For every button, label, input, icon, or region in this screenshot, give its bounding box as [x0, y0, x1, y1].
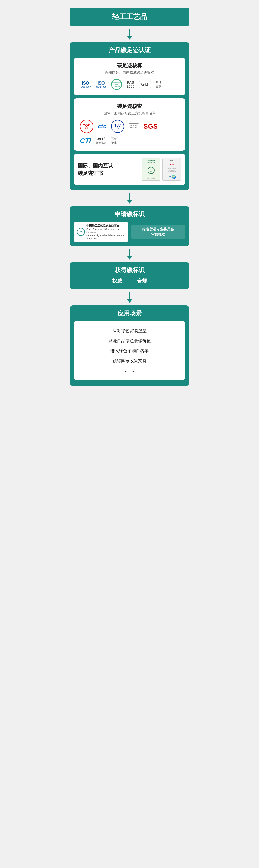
obtain-items-row: 权威 合规 [74, 278, 185, 284]
obtain-title: 获得碳标识 [74, 266, 185, 274]
app-item-2: 进入绿色采购白名单 [78, 346, 181, 356]
obtain-item-0: 权威 [112, 278, 122, 284]
bv-logo: BUREAUVERITAS [129, 123, 139, 130]
page-container: 轻工工艺品 产品碳足迹认证 碳足迹核算 采用国际、国内权威碳足迹标准 ISO I… [65, 0, 194, 396]
carbon-verification-card: 碳足迹核查 国际、国内认可第三方机构白名单 CQC 认证 ctc TÜV SÜD… [74, 98, 185, 151]
sgs-logo: SGS [143, 123, 158, 130]
calc-logo-row: ISO ISO14067 ISO ISO14068 GreenhouseGasP… [79, 79, 180, 90]
app-item-1: 赋能产品绿色低碳价值 [78, 336, 181, 346]
cti-logo: CTi [80, 137, 91, 145]
app-white-card: 应对绿色贸易壁垒 赋能产品绿色低碳价值 进入绿色采购白名单 获得国家政策支持 …… [74, 321, 185, 380]
cert-images: 产品碳足迹认 证 证 书 CTI认证 No. CTI-2024 SGS SGS … [142, 158, 181, 181]
arrow-1 [127, 29, 132, 39]
arrow-2 [127, 193, 132, 204]
other-more-calc: 其他 更多 [156, 80, 162, 89]
certificate-card: 国际、国内互认碳足迹证书 产品碳足迹认 证 证 书 CTI认证 No. CTI-… [74, 154, 185, 185]
wit-logo: WIT® 萬泰認證 [96, 137, 107, 145]
apply-row: 中 中国轻工工艺品进出口商会 China Chamber of Commerce… [74, 222, 185, 242]
chamber-name: 中国轻工工艺品进出口商会 [86, 224, 125, 227]
app-item-3: 获得国家政策支持 [78, 356, 181, 366]
app-dots: … … [78, 366, 181, 375]
cert-text: 国际、国内互认碳足迹证书 [78, 162, 138, 177]
arrow-4 [127, 292, 132, 303]
approval-badge: 绿色贸易专业委员会审核批准 [131, 224, 186, 239]
iso14068-logo: ISO ISO14068 [96, 81, 107, 88]
pas2050-logo: PAS 2050 [127, 80, 134, 88]
gb-logo: GB [139, 81, 151, 88]
product-carbon-section: 产品碳足迹认证 碳足迹核算 采用国际、国内权威碳足迹标准 ISO ISO1406… [70, 42, 189, 190]
cert-doc-2: SGS SGS Carbon FootprintCertificateNo. S… [162, 158, 181, 181]
cert-doc-1: 产品碳足迹认 证 证 书 CTI认证 No. CTI-2024 [142, 158, 160, 181]
tuv-logo: TÜV SÜD [111, 120, 124, 133]
ghg-logo: GreenhouseGasProtocol [111, 79, 122, 90]
chamber-sub: China Chamber of Commerce for Import and… [86, 227, 125, 240]
top-title: 轻工工艺品 [70, 7, 189, 26]
apply-title: 申请碳标识 [115, 210, 144, 218]
carbon-calc-subtitle: 采用国际、国内权威碳足迹标准 [79, 70, 180, 75]
cqc-logo: CQC 认证 [80, 120, 93, 133]
application-section: 应用场景 应对绿色贸易壁垒 赋能产品绿色低碳价值 进入绿色采购白名单 获得国家政… [70, 305, 189, 386]
carbon-calc-title: 碳足迹核算 [79, 62, 180, 69]
verify-logo-row-1: CQC 认证 ctc TÜV SÜD BUREAUVERITAS SGS [79, 120, 180, 133]
verify-logo-row-2: CTi WIT® 萬泰認證 其他 更多 [79, 137, 180, 145]
arrow-3 [127, 249, 132, 259]
approval-text: 绿色贸易专业委员会审核批准 [134, 226, 183, 237]
chamber-circle-icon: 中 [77, 228, 85, 236]
other-more-verify: 其他 更多 [111, 137, 117, 145]
carbon-verify-subtitle: 国际、国内认可第三方机构白名单 [79, 111, 180, 116]
iso14067-logo: ISO ISO14067 [80, 81, 91, 88]
carbon-calculation-card: 碳足迹核算 采用国际、国内权威碳足迹标准 ISO ISO14067 ISO IS… [74, 58, 185, 95]
app-title: 应用场景 [74, 309, 185, 317]
carbon-verify-title: 碳足迹核查 [79, 103, 180, 110]
obtain-section: 获得碳标识 权威 合规 [70, 262, 189, 289]
product-carbon-title: 产品碳足迹认证 [74, 46, 185, 54]
ctc-logo: ctc [98, 123, 107, 130]
app-item-0: 应对绿色贸易壁垒 [78, 326, 181, 336]
obtain-item-1: 合规 [137, 278, 147, 284]
chamber-badge: 中 中国轻工工艺品进出口商会 China Chamber of Commerce… [74, 222, 128, 242]
apply-section: 申请碳标识 中 中国轻工工艺品进出口商会 China Chamber of Co… [70, 206, 189, 246]
